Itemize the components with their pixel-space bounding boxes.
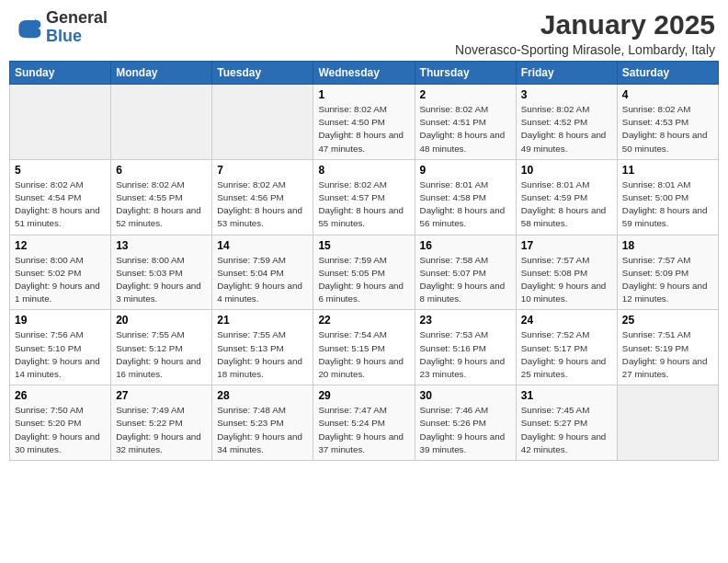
- calendar-header: SundayMondayTuesdayWednesdayThursdayFrid…: [10, 62, 719, 85]
- calendar-day-cell: 8Sunrise: 8:02 AMSunset: 4:57 PMDaylight…: [313, 159, 415, 235]
- day-number: 24: [521, 314, 612, 327]
- logo-icon: [13, 13, 42, 42]
- calendar-day-cell: 7Sunrise: 8:02 AMSunset: 4:56 PMDaylight…: [212, 159, 313, 235]
- day-info: Sunrise: 8:02 AMSunset: 4:55 PMDaylight:…: [116, 178, 207, 231]
- day-number: 10: [521, 164, 612, 177]
- calendar-day-cell: 16Sunrise: 7:58 AMSunset: 5:07 PMDayligh…: [415, 235, 516, 310]
- calendar-day-cell: 23Sunrise: 7:53 AMSunset: 5:16 PMDayligh…: [415, 310, 516, 385]
- day-info: Sunrise: 7:54 AMSunset: 5:15 PMDaylight:…: [318, 328, 409, 381]
- day-number: 15: [318, 239, 409, 252]
- day-number: 11: [622, 164, 713, 177]
- month-title: January 2025: [455, 9, 715, 40]
- calendar-day-cell: 28Sunrise: 7:48 AMSunset: 5:23 PMDayligh…: [212, 385, 313, 461]
- calendar-day-cell: 29Sunrise: 7:47 AMSunset: 5:24 PMDayligh…: [313, 385, 415, 461]
- calendar-day-cell: 14Sunrise: 7:59 AMSunset: 5:04 PMDayligh…: [212, 235, 313, 310]
- day-info: Sunrise: 8:02 AMSunset: 4:56 PMDaylight:…: [217, 178, 308, 231]
- day-number: 6: [116, 164, 207, 177]
- weekday-header-friday: Friday: [516, 62, 617, 85]
- weekday-header-tuesday: Tuesday: [212, 62, 313, 85]
- calendar-week-row: 5Sunrise: 8:02 AMSunset: 4:54 PMDaylight…: [10, 159, 719, 235]
- day-info: Sunrise: 7:59 AMSunset: 5:04 PMDaylight:…: [217, 254, 308, 306]
- day-info: Sunrise: 8:01 AMSunset: 4:58 PMDaylight:…: [420, 178, 511, 231]
- day-number: 23: [420, 314, 511, 327]
- weekday-header-row: SundayMondayTuesdayWednesdayThursdayFrid…: [10, 62, 719, 85]
- calendar-week-row: 1Sunrise: 8:02 AMSunset: 4:50 PMDaylight…: [10, 85, 719, 160]
- day-number: 25: [622, 314, 713, 327]
- calendar-day-cell: 21Sunrise: 7:55 AMSunset: 5:13 PMDayligh…: [212, 310, 313, 385]
- calendar-day-cell: 15Sunrise: 7:59 AMSunset: 5:05 PMDayligh…: [313, 235, 415, 310]
- day-info: Sunrise: 7:53 AMSunset: 5:16 PMDaylight:…: [420, 328, 511, 381]
- day-info: Sunrise: 7:48 AMSunset: 5:23 PMDaylight:…: [217, 404, 308, 456]
- calendar-day-cell: 26Sunrise: 7:50 AMSunset: 5:20 PMDayligh…: [10, 385, 111, 461]
- calendar-day-cell: [10, 85, 111, 160]
- day-info: Sunrise: 7:55 AMSunset: 5:13 PMDaylight:…: [217, 328, 308, 381]
- weekday-header-sunday: Sunday: [10, 62, 111, 85]
- logo: General Blue: [13, 9, 108, 46]
- day-number: 12: [15, 239, 106, 252]
- calendar-day-cell: 17Sunrise: 7:57 AMSunset: 5:08 PMDayligh…: [516, 235, 617, 310]
- day-info: Sunrise: 7:59 AMSunset: 5:05 PMDaylight:…: [318, 254, 409, 306]
- day-number: 28: [217, 389, 308, 402]
- calendar-day-cell: [212, 85, 313, 160]
- weekday-header-monday: Monday: [111, 62, 212, 85]
- calendar-day-cell: 19Sunrise: 7:56 AMSunset: 5:10 PMDayligh…: [10, 310, 111, 385]
- day-number: 5: [15, 164, 106, 177]
- calendar-day-cell: 30Sunrise: 7:46 AMSunset: 5:26 PMDayligh…: [415, 385, 516, 461]
- day-info: Sunrise: 8:02 AMSunset: 4:51 PMDaylight:…: [420, 103, 511, 155]
- day-info: Sunrise: 7:55 AMSunset: 5:12 PMDaylight:…: [116, 328, 207, 381]
- day-info: Sunrise: 7:57 AMSunset: 5:09 PMDaylight:…: [622, 254, 713, 306]
- day-info: Sunrise: 8:01 AMSunset: 5:00 PMDaylight:…: [622, 178, 713, 231]
- calendar-week-row: 26Sunrise: 7:50 AMSunset: 5:20 PMDayligh…: [10, 385, 719, 461]
- day-number: 16: [420, 239, 511, 252]
- title-block: January 2025 Noverasco-Sporting Mirasole…: [455, 9, 715, 57]
- day-info: Sunrise: 7:58 AMSunset: 5:07 PMDaylight:…: [420, 254, 511, 306]
- calendar-day-cell: 12Sunrise: 8:00 AMSunset: 5:02 PMDayligh…: [10, 235, 111, 310]
- page-header: General Blue January 2025 Noverasco-Spor…: [9, 9, 719, 57]
- logo-text: General Blue: [46, 9, 108, 46]
- day-number: 27: [116, 389, 207, 402]
- day-info: Sunrise: 7:51 AMSunset: 5:19 PMDaylight:…: [622, 328, 713, 381]
- calendar-week-row: 19Sunrise: 7:56 AMSunset: 5:10 PMDayligh…: [10, 310, 719, 385]
- calendar-day-cell: 13Sunrise: 8:00 AMSunset: 5:03 PMDayligh…: [111, 235, 212, 310]
- day-number: 7: [217, 164, 308, 177]
- day-number: 20: [116, 314, 207, 327]
- day-info: Sunrise: 7:57 AMSunset: 5:08 PMDaylight:…: [521, 254, 612, 306]
- calendar-day-cell: 2Sunrise: 8:02 AMSunset: 4:51 PMDaylight…: [415, 85, 516, 160]
- day-info: Sunrise: 8:02 AMSunset: 4:54 PMDaylight:…: [15, 178, 106, 231]
- day-info: Sunrise: 7:49 AMSunset: 5:22 PMDaylight:…: [116, 404, 207, 456]
- day-number: 21: [217, 314, 308, 327]
- location-title: Noverasco-Sporting Mirasole, Lombardy, I…: [455, 42, 715, 57]
- day-info: Sunrise: 7:45 AMSunset: 5:27 PMDaylight:…: [521, 404, 612, 456]
- calendar-table: SundayMondayTuesdayWednesdayThursdayFrid…: [9, 61, 719, 461]
- calendar-day-cell: 6Sunrise: 8:02 AMSunset: 4:55 PMDaylight…: [111, 159, 212, 235]
- day-info: Sunrise: 8:02 AMSunset: 4:52 PMDaylight:…: [521, 103, 612, 155]
- day-info: Sunrise: 7:52 AMSunset: 5:17 PMDaylight:…: [521, 328, 612, 381]
- day-info: Sunrise: 8:01 AMSunset: 4:59 PMDaylight:…: [521, 178, 612, 231]
- calendar-day-cell: 9Sunrise: 8:01 AMSunset: 4:58 PMDaylight…: [415, 159, 516, 235]
- day-number: 3: [521, 88, 612, 101]
- day-number: 26: [15, 389, 106, 402]
- day-number: 18: [622, 239, 713, 252]
- day-info: Sunrise: 7:50 AMSunset: 5:20 PMDaylight:…: [15, 404, 106, 456]
- calendar-day-cell: 18Sunrise: 7:57 AMSunset: 5:09 PMDayligh…: [617, 235, 718, 310]
- calendar-week-row: 12Sunrise: 8:00 AMSunset: 5:02 PMDayligh…: [10, 235, 719, 310]
- day-number: 31: [521, 389, 612, 402]
- calendar-body: 1Sunrise: 8:02 AMSunset: 4:50 PMDaylight…: [10, 85, 719, 461]
- calendar-day-cell: 25Sunrise: 7:51 AMSunset: 5:19 PMDayligh…: [617, 310, 718, 385]
- calendar-day-cell: [111, 85, 212, 160]
- weekday-header-wednesday: Wednesday: [313, 62, 415, 85]
- day-number: 1: [318, 88, 409, 101]
- calendar-day-cell: 10Sunrise: 8:01 AMSunset: 4:59 PMDayligh…: [516, 159, 617, 235]
- day-info: Sunrise: 7:46 AMSunset: 5:26 PMDaylight:…: [420, 404, 511, 456]
- day-number: 8: [318, 164, 409, 177]
- calendar-day-cell: 5Sunrise: 8:02 AMSunset: 4:54 PMDaylight…: [10, 159, 111, 235]
- calendar-day-cell: 27Sunrise: 7:49 AMSunset: 5:22 PMDayligh…: [111, 385, 212, 461]
- calendar-day-cell: 31Sunrise: 7:45 AMSunset: 5:27 PMDayligh…: [516, 385, 617, 461]
- weekday-header-thursday: Thursday: [415, 62, 516, 85]
- day-number: 9: [420, 164, 511, 177]
- calendar-day-cell: 24Sunrise: 7:52 AMSunset: 5:17 PMDayligh…: [516, 310, 617, 385]
- day-number: 2: [420, 88, 511, 101]
- calendar-day-cell: 11Sunrise: 8:01 AMSunset: 5:00 PMDayligh…: [617, 159, 718, 235]
- calendar-day-cell: 1Sunrise: 8:02 AMSunset: 4:50 PMDaylight…: [313, 85, 415, 160]
- day-number: 30: [420, 389, 511, 402]
